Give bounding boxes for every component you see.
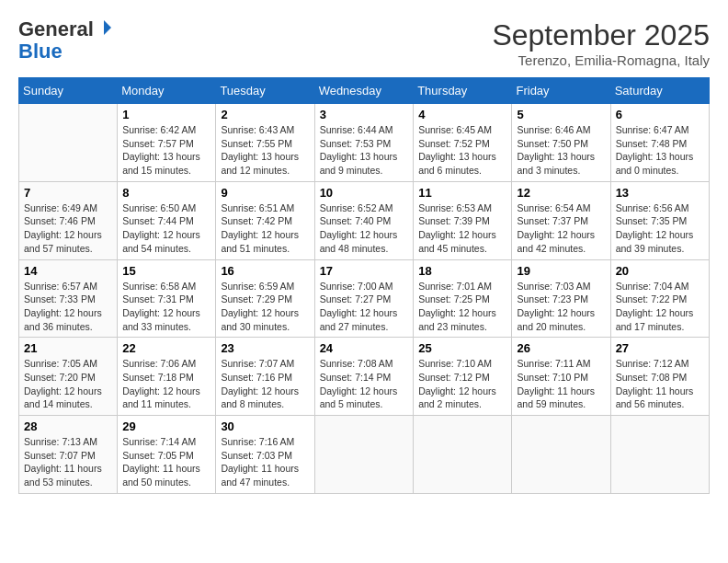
weekday-friday: Friday (512, 78, 610, 104)
day-info: Sunrise: 7:05 AMSunset: 7:20 PMDaylight:… (24, 357, 112, 411)
day-cell: 9Sunrise: 6:51 AMSunset: 7:42 PMDaylight… (216, 181, 314, 259)
day-info: Sunrise: 6:56 AMSunset: 7:35 PMDaylight:… (616, 201, 704, 256)
day-number: 9 (221, 186, 309, 200)
day-number: 1 (122, 108, 210, 121)
day-info: Sunrise: 7:07 AMSunset: 7:16 PMDaylight:… (221, 357, 309, 411)
day-cell: 15Sunrise: 6:58 AMSunset: 7:31 PMDayligh… (118, 259, 216, 338)
day-cell: 24Sunrise: 7:08 AMSunset: 7:14 PMDayligh… (314, 338, 414, 416)
day-number: 20 (616, 264, 704, 278)
day-cell: 2Sunrise: 6:43 AMSunset: 7:55 PMDaylight… (216, 104, 314, 182)
weekday-wednesday: Wednesday (314, 78, 414, 104)
logo-blue: Blue (18, 40, 63, 63)
weekday-monday: Monday (118, 78, 216, 104)
day-number: 17 (320, 264, 409, 278)
day-cell: 28Sunrise: 7:13 AMSunset: 7:07 PMDayligh… (19, 416, 118, 494)
week-row-2: 7Sunrise: 6:49 AMSunset: 7:46 PMDaylight… (19, 181, 710, 259)
day-info: Sunrise: 7:14 AMSunset: 7:05 PMDaylight:… (122, 435, 210, 489)
week-row-4: 21Sunrise: 7:05 AMSunset: 7:20 PMDayligh… (19, 338, 710, 416)
day-info: Sunrise: 6:44 AMSunset: 7:53 PMDaylight:… (320, 123, 409, 178)
day-cell: 17Sunrise: 7:00 AMSunset: 7:27 PMDayligh… (314, 259, 414, 338)
day-info: Sunrise: 6:46 AMSunset: 7:50 PMDaylight:… (517, 123, 605, 178)
day-number: 13 (616, 186, 704, 200)
day-cell: 11Sunrise: 6:53 AMSunset: 7:39 PMDayligh… (414, 181, 512, 259)
location: Terenzo, Emilia-Romagna, Italy (492, 52, 710, 68)
month-title: September 2025 (492, 18, 710, 52)
day-number: 23 (221, 341, 309, 355)
logo-general: General (18, 17, 94, 40)
day-number: 14 (24, 264, 112, 278)
day-number: 25 (418, 341, 506, 355)
day-info: Sunrise: 6:52 AMSunset: 7:40 PMDaylight:… (320, 201, 409, 256)
day-number: 30 (221, 419, 309, 433)
day-cell: 26Sunrise: 7:11 AMSunset: 7:10 PMDayligh… (512, 338, 610, 416)
day-info: Sunrise: 6:59 AMSunset: 7:29 PMDaylight:… (221, 280, 309, 334)
day-number: 28 (24, 419, 112, 433)
day-cell: 29Sunrise: 7:14 AMSunset: 7:05 PMDayligh… (118, 416, 216, 494)
day-info: Sunrise: 7:00 AMSunset: 7:27 PMDaylight:… (320, 280, 409, 334)
day-info: Sunrise: 6:43 AMSunset: 7:55 PMDaylight:… (221, 123, 309, 178)
day-info: Sunrise: 7:12 AMSunset: 7:08 PMDaylight:… (616, 357, 704, 411)
day-cell: 25Sunrise: 7:10 AMSunset: 7:12 PMDayligh… (414, 338, 512, 416)
logo: General Blue (18, 18, 112, 63)
day-number: 8 (122, 186, 210, 200)
day-info: Sunrise: 7:16 AMSunset: 7:03 PMDaylight:… (221, 435, 309, 489)
day-cell: 5Sunrise: 6:46 AMSunset: 7:50 PMDaylight… (512, 104, 610, 182)
day-cell: 16Sunrise: 6:59 AMSunset: 7:29 PMDayligh… (216, 259, 314, 338)
day-info: Sunrise: 6:47 AMSunset: 7:48 PMDaylight:… (616, 123, 704, 178)
day-cell: 3Sunrise: 6:44 AMSunset: 7:53 PMDaylight… (314, 104, 414, 182)
day-cell: 18Sunrise: 7:01 AMSunset: 7:25 PMDayligh… (414, 259, 512, 338)
day-number: 10 (320, 186, 409, 200)
day-number: 26 (517, 341, 605, 355)
day-cell (19, 104, 118, 182)
day-cell: 13Sunrise: 6:56 AMSunset: 7:35 PMDayligh… (610, 181, 709, 259)
day-cell: 14Sunrise: 6:57 AMSunset: 7:33 PMDayligh… (19, 259, 118, 338)
day-cell: 20Sunrise: 7:04 AMSunset: 7:22 PMDayligh… (610, 259, 709, 338)
day-cell: 12Sunrise: 6:54 AMSunset: 7:37 PMDayligh… (512, 181, 610, 259)
day-number: 15 (122, 264, 210, 278)
week-row-5: 28Sunrise: 7:13 AMSunset: 7:07 PMDayligh… (19, 416, 710, 494)
day-number: 27 (616, 341, 704, 355)
day-info: Sunrise: 7:11 AMSunset: 7:10 PMDaylight:… (517, 357, 605, 411)
calendar-body: 1Sunrise: 6:42 AMSunset: 7:57 PMDaylight… (19, 104, 710, 494)
day-number: 18 (418, 264, 506, 278)
day-number: 22 (122, 341, 210, 355)
logo-icon (96, 19, 112, 36)
day-number: 16 (221, 264, 309, 278)
day-number: 7 (24, 186, 112, 200)
day-cell: 10Sunrise: 6:52 AMSunset: 7:40 PMDayligh… (314, 181, 414, 259)
weekday-sunday: Sunday (19, 78, 118, 104)
day-number: 6 (616, 108, 704, 121)
weekday-tuesday: Tuesday (216, 78, 314, 104)
day-cell: 21Sunrise: 7:05 AMSunset: 7:20 PMDayligh… (19, 338, 118, 416)
title-block: September 2025 Terenzo, Emilia-Romagna, … (492, 18, 710, 68)
weekday-saturday: Saturday (610, 78, 709, 104)
day-info: Sunrise: 7:10 AMSunset: 7:12 PMDaylight:… (418, 357, 506, 411)
day-cell (610, 416, 709, 494)
day-info: Sunrise: 7:06 AMSunset: 7:18 PMDaylight:… (122, 357, 210, 411)
day-info: Sunrise: 7:04 AMSunset: 7:22 PMDaylight:… (616, 280, 704, 334)
week-row-1: 1Sunrise: 6:42 AMSunset: 7:57 PMDaylight… (19, 104, 710, 182)
page-header: General Blue September 2025 Terenzo, Emi… (18, 18, 710, 68)
day-info: Sunrise: 6:58 AMSunset: 7:31 PMDaylight:… (122, 280, 210, 334)
day-info: Sunrise: 6:53 AMSunset: 7:39 PMDaylight:… (418, 201, 506, 256)
day-info: Sunrise: 6:50 AMSunset: 7:44 PMDaylight:… (122, 201, 210, 256)
day-cell: 27Sunrise: 7:12 AMSunset: 7:08 PMDayligh… (610, 338, 709, 416)
day-cell: 7Sunrise: 6:49 AMSunset: 7:46 PMDaylight… (19, 181, 118, 259)
weekday-header-row: SundayMondayTuesdayWednesdayThursdayFrid… (19, 78, 710, 104)
day-cell: 6Sunrise: 6:47 AMSunset: 7:48 PMDaylight… (610, 104, 709, 182)
svg-marker-0 (104, 20, 111, 35)
day-info: Sunrise: 6:49 AMSunset: 7:46 PMDaylight:… (24, 201, 112, 256)
calendar-table: SundayMondayTuesdayWednesdayThursdayFrid… (18, 77, 710, 494)
day-number: 2 (221, 108, 309, 121)
day-cell (314, 416, 414, 494)
day-info: Sunrise: 6:54 AMSunset: 7:37 PMDaylight:… (517, 201, 605, 256)
day-info: Sunrise: 6:57 AMSunset: 7:33 PMDaylight:… (24, 280, 112, 334)
day-cell: 8Sunrise: 6:50 AMSunset: 7:44 PMDaylight… (118, 181, 216, 259)
day-cell: 30Sunrise: 7:16 AMSunset: 7:03 PMDayligh… (216, 416, 314, 494)
day-cell (414, 416, 512, 494)
day-info: Sunrise: 7:08 AMSunset: 7:14 PMDaylight:… (320, 357, 409, 411)
day-cell: 22Sunrise: 7:06 AMSunset: 7:18 PMDayligh… (118, 338, 216, 416)
day-number: 3 (320, 108, 409, 121)
day-number: 4 (418, 108, 506, 121)
day-number: 11 (418, 186, 506, 200)
